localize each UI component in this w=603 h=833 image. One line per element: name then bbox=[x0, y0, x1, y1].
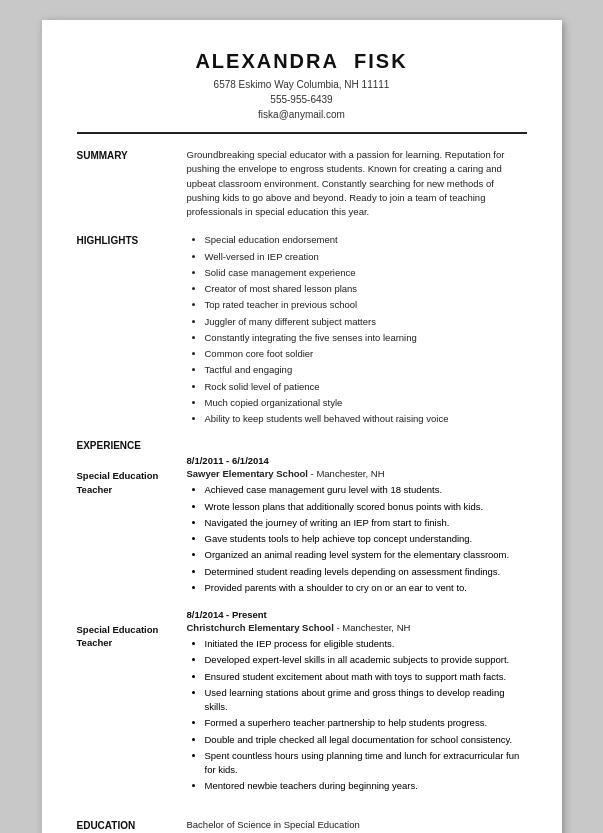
summary-label: SUMMARY bbox=[77, 148, 187, 223]
exp-company: Christchurch Elementary School - Manches… bbox=[187, 622, 527, 633]
highlight-item: Well-versed in IEP creation bbox=[205, 250, 527, 264]
experience-section: EXPERIENCE Special Education Teacher8/1/… bbox=[77, 438, 527, 807]
exp-bullet-item: Achieved case management guru level with… bbox=[205, 483, 527, 497]
exp-bullet-item: Provided parents with a shoulder to cry … bbox=[205, 581, 527, 595]
exp-bullet-item: Mentored newbie teachers during beginnin… bbox=[205, 779, 527, 793]
contact-info: 6578 Eskimo Way Columbia, NH 11111 555-9… bbox=[77, 77, 527, 122]
exp-company: Sawyer Elementary School - Manchester, N… bbox=[187, 468, 527, 479]
summary-section: SUMMARY Groundbreaking special educator … bbox=[77, 148, 527, 223]
exp-job-title: Special Education Teacher bbox=[77, 469, 187, 496]
experience-label: EXPERIENCE bbox=[77, 438, 187, 451]
resume-document: ALEXANDRA FISK 6578 Eskimo Way Columbia,… bbox=[42, 20, 562, 833]
exp-bullet-item: Formed a superhero teacher partnership t… bbox=[205, 716, 527, 730]
exp-bullet-item: Organized an animal reading level system… bbox=[205, 548, 527, 562]
highlights-section: HIGHLIGHTS Special education endorsement… bbox=[77, 233, 527, 428]
exp-right: 8/1/2014 - PresentChristchurch Elementar… bbox=[187, 609, 527, 796]
exp-date: 8/1/2011 - 6/1/2014 bbox=[187, 455, 527, 466]
summary-content: Groundbreaking special educator with a p… bbox=[187, 148, 527, 223]
experience-container: Special Education Teacher8/1/2011 - 6/1/… bbox=[77, 455, 527, 807]
highlight-item: Tactful and engaging bbox=[205, 363, 527, 377]
highlight-item: Juggler of many different subject matter… bbox=[205, 315, 527, 329]
highlight-item: Ability to keep students well behaved wi… bbox=[205, 412, 527, 426]
highlight-item: Constantly integrating the five senses i… bbox=[205, 331, 527, 345]
exp-left: Special Education Teacher bbox=[77, 609, 187, 796]
last-name: FISK bbox=[354, 50, 408, 72]
highlights-content: Special education endorsementWell-versed… bbox=[187, 233, 527, 428]
highlight-item: Much copied organizational style bbox=[205, 396, 527, 410]
exp-bullets: Initiated the IEP process for eligible s… bbox=[187, 637, 527, 794]
exp-bullet-item: Used learning stations about grime and g… bbox=[205, 686, 527, 715]
exp-bullet-item: Ensured student excitement about math wi… bbox=[205, 670, 527, 684]
highlight-item: Common core foot soldier bbox=[205, 347, 527, 361]
address: 6578 Eskimo Way Columbia, NH 11111 bbox=[77, 77, 527, 92]
exp-job-title: Special Education Teacher bbox=[77, 623, 187, 650]
exp-bullet-item: Wrote lesson plans that additionally sco… bbox=[205, 500, 527, 514]
exp-bullet-item: Initiated the IEP process for eligible s… bbox=[205, 637, 527, 651]
education-label: EDUCATION bbox=[77, 818, 187, 834]
email: fiska@anymail.com bbox=[77, 107, 527, 122]
highlights-list: Special education endorsementWell-versed… bbox=[187, 233, 527, 426]
highlight-item: Creator of most shared lesson plans bbox=[205, 282, 527, 296]
exp-bullet-item: Double and triple checked all legal docu… bbox=[205, 733, 527, 747]
edu-degree: Bachelor of Science in Special Education bbox=[187, 818, 527, 832]
exp-left: Special Education Teacher bbox=[77, 455, 187, 597]
education-section: EDUCATION Bachelor of Science in Special… bbox=[77, 818, 527, 834]
exp-bullet-item: Determined student reading levels depend… bbox=[205, 565, 527, 579]
exp-bullet-item: Navigated the journey of writing an IEP … bbox=[205, 516, 527, 530]
exp-block: Special Education Teacher8/1/2011 - 6/1/… bbox=[77, 455, 527, 597]
highlight-item: Solid case management experience bbox=[205, 266, 527, 280]
candidate-name: ALEXANDRA FISK bbox=[77, 50, 527, 73]
phone: 555-955-6439 bbox=[77, 92, 527, 107]
exp-bullet-item: Spent countless hours using planning tim… bbox=[205, 749, 527, 778]
exp-block: Special Education Teacher8/1/2014 - Pres… bbox=[77, 609, 527, 796]
exp-bullets: Achieved case management guru level with… bbox=[187, 483, 527, 595]
highlight-item: Special education endorsement bbox=[205, 233, 527, 247]
exp-right: 8/1/2011 - 6/1/2014Sawyer Elementary Sch… bbox=[187, 455, 527, 597]
education-content: Bachelor of Science in Special Education… bbox=[187, 818, 527, 834]
highlight-item: Rock solid level of patience bbox=[205, 380, 527, 394]
exp-bullet-item: Developed expert-level skills in all aca… bbox=[205, 653, 527, 667]
exp-bullet-item: Gave students tools to help achieve top … bbox=[205, 532, 527, 546]
exp-date: 8/1/2014 - Present bbox=[187, 609, 527, 620]
highlights-label: HIGHLIGHTS bbox=[77, 233, 187, 428]
first-name: ALEXANDRA bbox=[195, 50, 339, 72]
summary-text: Groundbreaking special educator with a p… bbox=[187, 148, 527, 219]
highlight-item: Top rated teacher in previous school bbox=[205, 298, 527, 312]
resume-header: ALEXANDRA FISK 6578 Eskimo Way Columbia,… bbox=[77, 50, 527, 134]
